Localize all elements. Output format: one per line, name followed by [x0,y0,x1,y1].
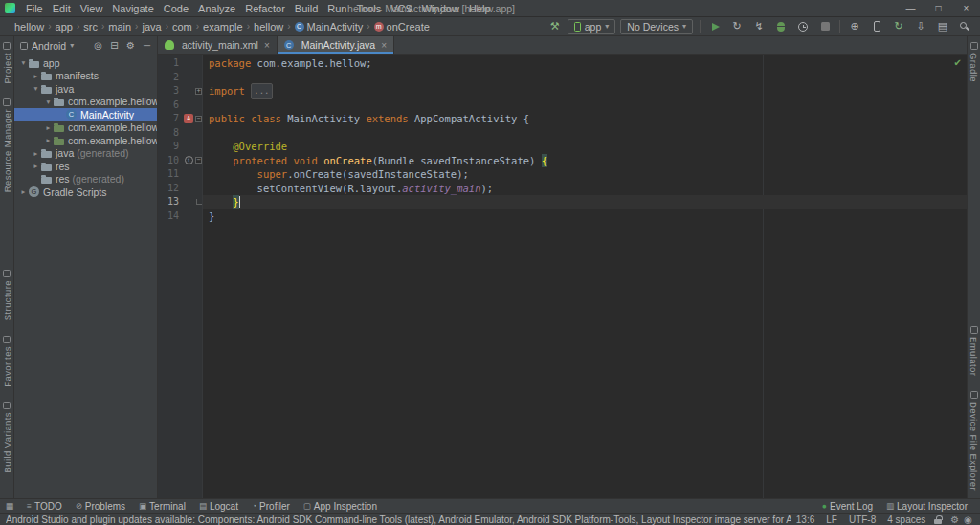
tool-window-button-problems[interactable]: ⊘Problems [69,499,132,513]
chevron-right-icon[interactable]: ▸ [31,149,41,158]
tree-item-com-example-hellow[interactable]: ▾com.example.hellow [14,96,157,109]
menu-edit[interactable]: Edit [48,3,76,14]
tool-window-button-layout-inspector[interactable]: ▥Layout Inspector [880,499,974,513]
read-only-lock-icon[interactable] [934,515,942,524]
fold-marker[interactable]: − [194,157,203,164]
sync-project-button[interactable]: ↻ [891,19,906,34]
run-button[interactable] [707,19,723,34]
code-line-7[interactable]: 7A−public class MainActivity extends App… [158,112,967,126]
breadcrumb-3-main[interactable]: main [105,21,134,33]
code-line-8[interactable]: 8 [158,126,967,141]
status-settings-icon[interactable]: ⚙ [950,514,959,525]
menu-code[interactable]: Code [159,3,193,14]
chevron-right-icon[interactable]: ▸ [31,72,41,80]
status-message[interactable]: Android Studio and plugin updates availa… [6,514,791,525]
tool-button-structure[interactable]: Structure [2,270,12,320]
tool-window-button-event-log[interactable]: ●Event Log [815,499,880,513]
status-indent-style[interactable]: 4 spaces [887,514,925,525]
minimize-button[interactable]: — [897,0,924,16]
chevron-down-icon[interactable]: ▾ [18,58,29,67]
chevron-right-icon[interactable]: ▸ [43,136,54,144]
tree-item-manifests[interactable]: ▸manifests [14,70,157,83]
chevron-right-icon[interactable]: ▸ [43,123,54,132]
tool-button-device-file-explorer[interactable]: Device File Explorer [969,391,979,491]
code-line-12[interactable]: 12 setContentView(R.layout.activity_main… [158,182,967,196]
collapse-all-icon[interactable]: ⊟ [108,40,121,51]
tree-item-java-generated[interactable]: ▸java (generated) [14,147,157,161]
tree-item-res-generated[interactable]: res (generated) [14,173,157,186]
tool-button-emulator[interactable]: Emulator [969,326,979,376]
tool-window-button-terminal[interactable]: ▣Terminal [132,499,192,513]
breadcrumb-1-app[interactable]: app [53,21,76,33]
device-manager-button[interactable] [869,19,884,34]
code-line-10[interactable]: 10↑− protected void onCreate(Bundle save… [158,154,967,168]
code-line-1[interactable]: 1package com.example.hellow; [158,56,967,71]
code-line-9[interactable]: 9 @Override [158,140,967,154]
fold-marker[interactable]: − [194,116,203,122]
tool-button-favorites[interactable]: Favorites [2,336,12,387]
breadcrumb-8-mainactivity[interactable]: CMainActivity [292,21,367,33]
menu-build[interactable]: Build [290,3,323,14]
chevron-down-icon[interactable]: ▾ [31,84,41,93]
tab-activity-main-xml[interactable]: activity_main.xml× [158,36,278,54]
chevron-down-icon[interactable]: ▾ [43,98,54,106]
code-line-2[interactable]: 2 [158,71,967,85]
tool-button-project[interactable]: Project [2,42,12,83]
breadcrumb-5-com[interactable]: com [169,21,195,33]
close-tab-icon[interactable]: × [381,40,387,51]
tool-button-build-variants[interactable]: Build Variants [2,402,12,473]
tree-item-mainactivity[interactable]: CMainActivity [14,108,157,121]
status-file-encoding[interactable]: UTF-8 [849,514,876,525]
tree-item-app[interactable]: ▾app [14,56,157,70]
fold-marker[interactable]: + [194,88,203,95]
hide-panel-icon[interactable]: ─ [141,40,153,51]
attach-debugger-button[interactable]: ⊕ [847,19,862,34]
status-cursor-position[interactable]: 13:6 [796,514,814,525]
tree-item-java[interactable]: ▾java [14,82,157,96]
debug-button[interactable] [773,19,789,34]
locate-file-icon[interactable]: ◎ [92,40,104,51]
tab-mainactivity-java[interactable]: CMainActivity.java× [278,36,394,54]
chevron-right-icon[interactable]: ▸ [18,187,29,196]
tree-item-com-example-hellow-test[interactable]: ▸com.example.hellow (test) [14,134,157,147]
search-everywhere-button[interactable] [957,19,972,34]
code-line-13[interactable]: 13 } [158,195,967,209]
tree-item-com-example-hellow-androidtest[interactable]: ▸com.example.hellow (androidTest) [14,121,157,135]
code-line-6[interactable]: 6 [158,98,967,113]
breadcrumb-2-src[interactable]: src [80,21,100,33]
apply-code-changes-button[interactable]: ↯ [751,19,767,34]
tool-window-button-profiler[interactable]: ◔Profiler [245,499,297,513]
project-view-selector[interactable]: Android ▾ [20,40,74,52]
menu-navigate[interactable]: Navigate [107,3,158,14]
device-dropdown[interactable]: No Devices ▾ [620,19,693,34]
apply-changes-button[interactable]: ↻ [729,19,745,34]
breadcrumb-0-hellow[interactable]: hellow [11,21,47,33]
settings-icon[interactable]: ⚙ [124,40,137,51]
menu-analyze[interactable]: Analyze [193,3,240,14]
close-tab-icon[interactable]: × [264,40,270,51]
code-line-11[interactable]: 11 super.onCreate(savedInstanceState); [158,167,967,182]
menu-file[interactable]: File [21,3,48,14]
sdk-manager-button[interactable]: ⇩ [913,19,928,34]
code-line-14[interactable]: 14} [158,209,967,224]
breadcrumb-7-hellow[interactable]: hellow [251,21,286,33]
status-notifications-icon[interactable]: ◉ [964,514,972,525]
tool-button-gradle[interactable]: Gradle [969,42,979,82]
profile-button[interactable] [795,19,811,34]
status-line-separator[interactable]: LF [826,514,837,525]
tool-window-switcher-icon[interactable]: ▦ [3,501,16,511]
menu-view[interactable]: View [76,3,108,14]
stop-button[interactable] [817,19,833,34]
chevron-right-icon[interactable]: ▸ [31,162,41,170]
maximize-button[interactable]: □ [924,0,952,16]
tool-window-button-todo[interactable]: ≡TODO [20,499,69,513]
code-line-3[interactable]: 3+import ... [158,84,967,98]
menu-refactor[interactable]: Refactor [240,3,290,14]
tool-button-resource-manager[interactable]: Resource Manager [2,98,12,192]
breadcrumb-4-java[interactable]: java [139,21,164,33]
tree-item-gradle-scripts[interactable]: ▸GGradle Scripts [14,186,157,199]
code-editor[interactable]: 1package com.example.hellow;23+import ..… [158,55,967,498]
fold-marker[interactable] [194,199,203,205]
build-project-button[interactable]: ⚒ [547,19,563,34]
breadcrumb-9-oncreate[interactable]: monCreate [371,21,433,33]
